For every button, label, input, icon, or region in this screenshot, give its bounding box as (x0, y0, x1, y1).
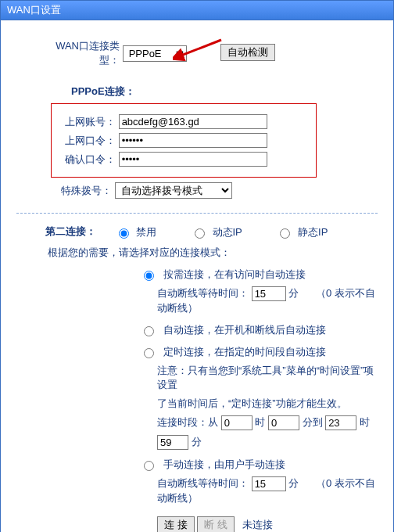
schedule-note-1: 注意：只有当您到“系统工具”菜单的“时间设置”项设置 (157, 364, 378, 392)
manual-wait-input[interactable] (252, 476, 286, 491)
connect-button[interactable]: 连 接 (157, 516, 195, 532)
schedule-hour-unit-1: 时 (255, 416, 265, 428)
mode-schedule-label: 定时连接，在指定的时间段自动连接 (163, 346, 326, 358)
second-conn-disable-label: 禁用 (136, 226, 156, 238)
schedule-to-hour[interactable] (325, 415, 356, 430)
second-conn-dynamic-radio[interactable] (195, 228, 205, 239)
schedule-min-unit: 分 (192, 436, 202, 448)
mode-manual-label: 手动连接，由用户手动连接 (163, 458, 285, 470)
mode-auto-label: 自动连接，在开机和断线后自动连接 (163, 324, 326, 336)
second-conn-hint: 根据您的需要，请选择对应的连接模式： (48, 246, 378, 260)
main-panel: WAN口连接类型： PPPoE 自动检测 PPPoE连接： 上网账号： 上网口令… (0, 20, 394, 532)
credentials-box: 上网账号： 上网口令： 确认口令： (51, 103, 317, 178)
second-connection-section: 第二连接： 禁用 动态IP 静态IP 根据您的需要，请选择对应的连接模式： 按需… (16, 213, 378, 532)
special-dial-select[interactable]: 自动选择拨号模式 (115, 182, 232, 199)
username-input[interactable] (119, 114, 267, 129)
connection-mode-group: 按需连接，在有访问时自动连接 自动断线等待时间： 分 （0 表示不自动断线） 自… (16, 268, 378, 505)
mode-on-demand-label: 按需连接，在有访问时自动连接 (163, 268, 306, 280)
confirm-password-label: 确认口令： (55, 153, 116, 167)
auto-detect-button[interactable]: 自动检测 (220, 44, 275, 61)
on-demand-wait-input[interactable] (252, 286, 286, 301)
mode-on-demand-radio[interactable] (144, 271, 154, 281)
schedule-from-hour[interactable] (221, 415, 253, 430)
special-dial-label: 特殊拨号： (54, 184, 112, 198)
conn-type-label: WAN口连接类型： (41, 39, 120, 67)
connection-status: 未连接 (242, 519, 273, 530)
second-conn-dynamic-label: 动态IP (213, 226, 242, 238)
schedule-hour-unit-2: 时 (360, 416, 370, 428)
schedule-to-min[interactable] (157, 435, 188, 450)
manual-unit: 分 (288, 477, 299, 489)
schedule-mid-label: 分到 (303, 416, 323, 428)
second-conn-title: 第二连接： (16, 225, 96, 239)
title-bar: WAN口设置 (0, 0, 394, 20)
mode-schedule-radio[interactable] (144, 348, 154, 358)
second-conn-static-label: 静态IP (298, 226, 328, 238)
username-label: 上网账号： (55, 115, 116, 129)
manual-wait-label: 自动断线等待时间： (157, 477, 249, 489)
title-text: WAN口设置 (7, 4, 61, 16)
on-demand-unit: 分 (288, 287, 299, 299)
schedule-time-label: 连接时段：从 (157, 416, 218, 428)
schedule-from-min[interactable] (268, 415, 299, 430)
mode-auto-radio[interactable] (144, 326, 154, 336)
disconnect-button[interactable]: 断 线 (197, 516, 235, 532)
confirm-password-input[interactable] (119, 152, 267, 167)
mode-manual-radio[interactable] (144, 461, 154, 471)
conn-type-select[interactable]: PPPoE (123, 45, 187, 62)
second-conn-disable-radio[interactable] (119, 228, 129, 239)
second-conn-static-radio[interactable] (280, 228, 290, 239)
password-input[interactable] (119, 133, 267, 148)
password-label: 上网口令： (55, 134, 116, 148)
on-demand-wait-label: 自动断线等待时间： (157, 287, 249, 299)
pppoe-section-title: PPPoE连接： (71, 84, 378, 99)
schedule-note-2: 了当前时间后，“定时连接”功能才能生效。 (157, 397, 378, 411)
